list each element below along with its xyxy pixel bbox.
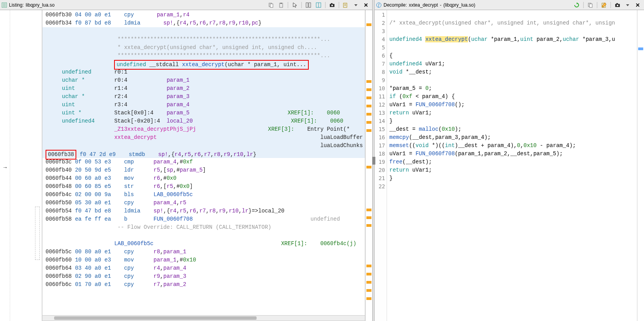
toolbar-separator bbox=[301, 2, 302, 8]
decompile-body: 12345678910111213141516171819202122 /* x… bbox=[375, 10, 644, 321]
paste-icon[interactable] bbox=[276, 1, 286, 9]
listing-margin bbox=[10, 10, 42, 321]
toggle-view-icon[interactable] bbox=[304, 1, 313, 9]
toolbar-separator bbox=[325, 2, 326, 8]
svg-rect-5 bbox=[270, 4, 273, 7]
toolbar-separator bbox=[611, 2, 611, 8]
svg-text:ƒ: ƒ bbox=[378, 3, 380, 7]
svg-point-13 bbox=[331, 5, 333, 6]
split-handle[interactable] bbox=[372, 0, 375, 321]
decompile-overview-ruler[interactable] bbox=[637, 10, 644, 321]
decompile-line-gutter: 12345678910111213141516171819202122 bbox=[375, 10, 387, 321]
listing-gutter: → bbox=[0, 10, 10, 321]
listing-panel: Listing: libqpry_lua.so ✕ → 0060fb30 04 … bbox=[0, 0, 372, 321]
listing-overview-ruler[interactable] bbox=[365, 10, 372, 321]
dropdown-icon[interactable] bbox=[351, 1, 361, 9]
svg-rect-14 bbox=[331, 3, 333, 4]
decompile-title-prefix: Decompile: bbox=[384, 2, 407, 8]
decompile-panel: ƒ Decompile: xxtea_decrypt - (libqpry_lu… bbox=[375, 0, 644, 321]
snapshot-icon[interactable] bbox=[327, 1, 337, 9]
copy-icon[interactable] bbox=[586, 1, 595, 9]
toolbar-separator bbox=[288, 2, 288, 8]
cursor-icon[interactable] bbox=[290, 1, 299, 9]
svg-rect-25 bbox=[616, 3, 618, 4]
listing-title-prefix: Listing: bbox=[9, 2, 24, 8]
close-button[interactable]: ✕ bbox=[633, 1, 642, 9]
snapshot-icon[interactable] bbox=[613, 1, 622, 9]
listing-viewport[interactable]: 0060fb30 04 00 a0 e1 cpy param_1,r40060f… bbox=[42, 10, 365, 321]
edit-icon[interactable] bbox=[599, 1, 609, 9]
listing-icon bbox=[2, 2, 7, 8]
decompile-title-func: xxtea_decrypt bbox=[409, 2, 438, 8]
decompile-title-sep: - bbox=[440, 2, 442, 8]
listing-body: → 0060fb30 04 00 a0 e1 cpy param_1,r4006… bbox=[0, 10, 372, 321]
copy-icon[interactable] bbox=[266, 1, 276, 9]
refresh-icon[interactable] bbox=[572, 1, 581, 9]
current-line-arrow-icon: → bbox=[2, 164, 8, 170]
decompile-toolbar: ƒ Decompile: xxtea_decrypt - (libqpry_lu… bbox=[375, 0, 644, 10]
diff-view-icon[interactable] bbox=[314, 1, 323, 9]
svg-rect-8 bbox=[306, 3, 308, 7]
toolbar-separator bbox=[597, 2, 597, 8]
listing-h-scrollbar[interactable] bbox=[42, 315, 365, 321]
listing-title-file: libqpry_lua.so bbox=[26, 2, 55, 8]
svg-rect-7 bbox=[280, 3, 282, 4]
toolbar-separator bbox=[339, 2, 339, 8]
decompile-icon: ƒ bbox=[376, 2, 382, 8]
decompile-title: ƒ Decompile: xxtea_decrypt - (libqpry_lu… bbox=[376, 2, 571, 8]
listing-title: Listing: libqpry_lua.so bbox=[2, 2, 266, 8]
field-edit-icon[interactable] bbox=[341, 1, 350, 9]
flow-bracket bbox=[35, 207, 40, 260]
decompile-code[interactable]: /* xxtea_decrypt(unsigned char*, unsigne… bbox=[387, 10, 637, 321]
close-button[interactable]: ✕ bbox=[361, 1, 371, 9]
listing-content: 0060fb30 04 00 a0 e1 cpy param_1,r40060f… bbox=[42, 10, 365, 300]
dropdown-icon[interactable] bbox=[623, 1, 632, 9]
svg-point-24 bbox=[617, 5, 618, 6]
svg-rect-9 bbox=[309, 3, 311, 7]
toolbar-separator bbox=[583, 2, 584, 8]
decompile-title-file: (libqpry_lua.so) bbox=[443, 2, 475, 8]
listing-toolbar: Listing: libqpry_lua.so ✕ bbox=[0, 0, 372, 10]
svg-rect-21 bbox=[589, 4, 592, 7]
